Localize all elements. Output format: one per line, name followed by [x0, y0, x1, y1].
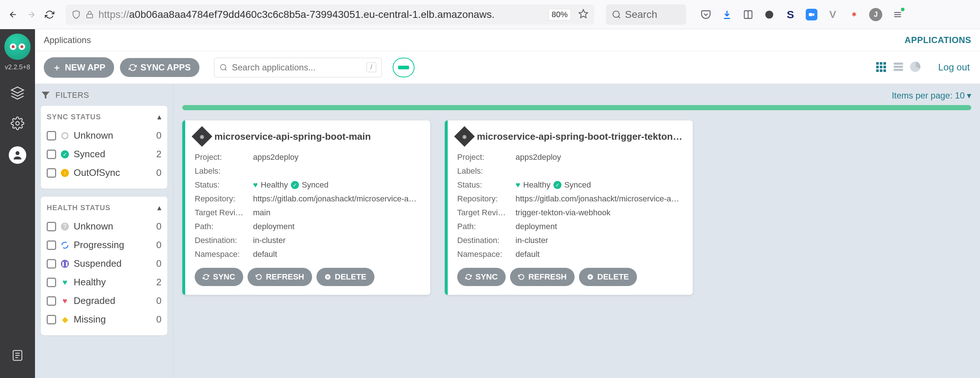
- url-bar[interactable]: https://a0b06aa8aa4784ef79dd460c3c6c8b5a…: [65, 5, 594, 25]
- app-icon: ⎈: [454, 126, 475, 147]
- field-label: Path:: [457, 222, 515, 231]
- field-label: Status:: [457, 180, 515, 190]
- filter-row-degraded[interactable]: ♥ Degraded 0: [47, 292, 162, 310]
- back-button[interactable]: [7, 9, 19, 21]
- field-value: in-cluster: [253, 236, 421, 245]
- filter-row-unknown[interactable]: Unknown 0: [47, 126, 162, 145]
- field-value: deployment: [515, 222, 683, 231]
- filter-checkbox[interactable]: [47, 315, 56, 324]
- refresh-icon: [518, 274, 525, 280]
- pie-view-icon[interactable]: [910, 61, 922, 75]
- filter-row-suspended[interactable]: ❚❚ Suspended 0: [47, 254, 162, 273]
- download-icon[interactable]: [721, 9, 733, 21]
- svg-marker-1: [579, 10, 587, 18]
- v-extension-icon[interactable]: V: [827, 9, 838, 21]
- items-per-page[interactable]: Items per page: 10▾: [182, 91, 971, 101]
- field-value: https://gitlab.com/jonashackt/microservi…: [253, 194, 421, 204]
- filter-row-healthy[interactable]: ♥ Healthy 2: [47, 273, 162, 292]
- profile-avatar[interactable]: J: [869, 8, 882, 21]
- delete-button[interactable]: DELETE: [579, 268, 637, 286]
- app-card[interactable]: ⎈ microservice-api-spring-boot-trigger-t…: [445, 120, 693, 295]
- field-value: [515, 166, 683, 176]
- breadcrumb-right[interactable]: APPLICATIONS: [905, 35, 971, 45]
- unknown-icon: [60, 131, 69, 140]
- heart-icon: ♥: [253, 180, 258, 190]
- synced-icon: ✓: [60, 150, 69, 159]
- hamburger-menu-icon[interactable]: [892, 9, 904, 21]
- reload-button[interactable]: [44, 9, 56, 21]
- ruler-toggle[interactable]: [393, 57, 415, 77]
- sync-button[interactable]: SYNC: [195, 268, 243, 286]
- filter-icon: [41, 91, 50, 100]
- settings-nav-icon[interactable]: [11, 116, 24, 132]
- refresh-icon: [256, 274, 262, 280]
- tile-view-icon[interactable]: [875, 61, 887, 75]
- svg-marker-31: [41, 92, 49, 99]
- chevron-up-icon[interactable]: ▴: [158, 203, 162, 212]
- sync-apps-button[interactable]: SYNC APPS: [120, 58, 199, 77]
- delete-icon: [587, 274, 593, 280]
- filter-checkbox[interactable]: [47, 278, 56, 287]
- s-extension-icon[interactable]: S: [784, 9, 796, 21]
- toolbar: ＋NEW APP SYNC APPS / Log out: [35, 51, 980, 84]
- logout-link[interactable]: Log out: [938, 62, 970, 73]
- filter-row-outofsync[interactable]: ↑ OutOfSync 0: [47, 163, 162, 182]
- check-icon: ✓: [291, 181, 299, 189]
- search-icon: [220, 64, 228, 72]
- filter-checkbox[interactable]: [47, 131, 56, 140]
- bookmark-star-icon[interactable]: [578, 9, 589, 21]
- forward-button[interactable]: [25, 9, 37, 21]
- filter-row-unknown[interactable]: ? Unknown 0: [47, 217, 162, 236]
- search-applications[interactable]: /: [214, 57, 382, 77]
- filter-checkbox[interactable]: [47, 241, 56, 250]
- h-degraded-icon: ♥: [60, 297, 69, 305]
- chevron-up-icon[interactable]: ▴: [158, 112, 162, 121]
- argo-logo[interactable]: [5, 33, 30, 60]
- zoom-badge[interactable]: 80%: [548, 9, 571, 21]
- svg-rect-21: [883, 62, 886, 65]
- svg-point-2: [613, 11, 619, 17]
- sync-button[interactable]: SYNC: [457, 268, 506, 286]
- svg-rect-30: [894, 69, 904, 71]
- shield-icon: [72, 10, 81, 19]
- app-card[interactable]: ⎈ microservice-api-spring-boot-main Proj…: [182, 120, 430, 295]
- filter-checkbox[interactable]: [47, 296, 56, 306]
- delete-button[interactable]: DELETE: [317, 268, 374, 286]
- filter-checkbox[interactable]: [47, 150, 56, 159]
- field-value: default: [515, 250, 683, 259]
- list-view-icon[interactable]: [892, 61, 905, 75]
- outofsync-icon: ↑: [60, 169, 69, 177]
- filter-row-missing[interactable]: ◆ Missing 0: [47, 310, 162, 329]
- new-app-button[interactable]: ＋NEW APP: [44, 57, 114, 78]
- refresh-button[interactable]: REFRESH: [248, 268, 312, 286]
- version-label: v2.2.5+8: [5, 64, 30, 71]
- refresh-button[interactable]: REFRESH: [510, 268, 574, 286]
- zoom-extension-icon[interactable]: [806, 9, 818, 21]
- app-icon: ⎈: [192, 126, 213, 147]
- filter-label: Synced: [74, 148, 105, 160]
- search-applications-input[interactable]: [232, 62, 362, 73]
- pocket-icon[interactable]: [700, 9, 712, 21]
- octopus-extension-icon[interactable]: ✱: [848, 9, 860, 21]
- sync-icon: [203, 274, 209, 280]
- filter-count: 0: [156, 314, 162, 325]
- filter-row-progressing[interactable]: Progressing 0: [47, 236, 162, 254]
- svg-point-32: [62, 132, 68, 139]
- sync-icon: [129, 64, 137, 72]
- globe-icon[interactable]: [764, 9, 775, 21]
- svg-rect-0: [87, 14, 92, 18]
- filter-checkbox[interactable]: [47, 168, 56, 178]
- filter-row-synced[interactable]: ✓ Synced 2: [47, 145, 162, 163]
- filter-checkbox[interactable]: [47, 259, 56, 268]
- search-icon: [612, 10, 621, 19]
- applications-nav-icon[interactable]: [10, 86, 25, 102]
- sync-icon: [465, 274, 472, 280]
- docs-nav-icon[interactable]: [11, 349, 24, 364]
- filter-checkbox[interactable]: [47, 222, 56, 231]
- user-nav-icon[interactable]: [9, 146, 26, 164]
- browser-search[interactable]: Search: [606, 5, 686, 25]
- chrome-extensions: S V ✱ J: [700, 8, 904, 21]
- url-text: https://a0b06aa8aa4784ef79dd460c3c6c8b5a…: [99, 9, 495, 21]
- plus-icon: ＋: [52, 62, 61, 73]
- reader-icon[interactable]: [742, 9, 754, 21]
